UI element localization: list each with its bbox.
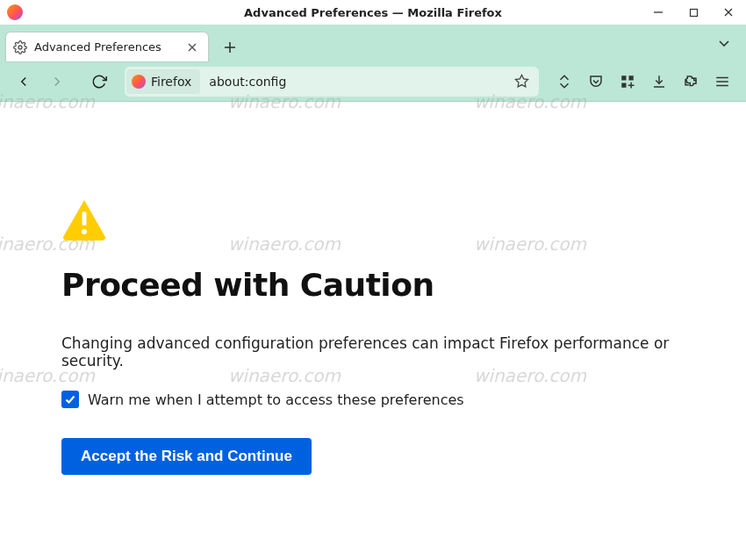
forward-button[interactable]: [42, 67, 72, 97]
firefox-icon: [132, 75, 146, 89]
firefox-app-icon: [7, 4, 23, 20]
bookmark-star-button[interactable]: [509, 69, 534, 94]
warn-checkbox-label: Warn me when I attempt to access these p…: [88, 391, 464, 408]
page-content: Proceed with Caution Changing advanced c…: [0, 102, 746, 475]
tabs-list-button[interactable]: [714, 33, 734, 53]
new-tab-button[interactable]: [216, 33, 244, 61]
screenshot-button[interactable]: [549, 67, 579, 97]
url-identity-label: Firefox: [151, 75, 191, 89]
svg-rect-1: [690, 9, 697, 16]
window-close-button[interactable]: [711, 0, 746, 25]
warning-icon: [61, 198, 107, 241]
back-button[interactable]: [9, 67, 39, 97]
svg-point-4: [18, 46, 22, 49]
extensions-button[interactable]: [676, 67, 706, 97]
page-headline: Proceed with Caution: [61, 267, 685, 303]
url-text: about:config: [200, 75, 509, 89]
svg-rect-10: [621, 75, 626, 80]
reload-button[interactable]: [84, 67, 114, 97]
warn-checkbox-row[interactable]: Warn me when I attempt to access these p…: [61, 391, 685, 408]
tab-close-button[interactable]: [183, 39, 201, 56]
app-menu-button[interactable]: [707, 67, 737, 97]
watermark: winaero.com: [228, 233, 341, 255]
nav-toolbar: Firefox about:config: [0, 61, 746, 102]
page-description: Changing advanced configuration preferen…: [61, 334, 685, 370]
gear-icon: [13, 40, 27, 54]
window-maximize-button[interactable]: [676, 0, 711, 25]
svg-rect-16: [82, 212, 87, 226]
tab-strip: Advanced Preferences: [0, 25, 746, 61]
watermark: winaero.com: [474, 233, 586, 255]
warn-checkbox[interactable]: [61, 391, 79, 408]
tab-advanced-preferences[interactable]: Advanced Preferences: [5, 32, 209, 61]
svg-rect-11: [629, 75, 634, 80]
url-bar[interactable]: Firefox about:config: [125, 67, 539, 97]
window-title: Advanced Preferences — Mozilla Firefox: [244, 6, 502, 19]
accept-risk-button[interactable]: Accept the Risk and Continue: [61, 438, 312, 475]
downloads-button[interactable]: [644, 67, 674, 97]
url-identity-box[interactable]: Firefox: [126, 69, 200, 94]
tab-title: Advanced Preferences: [34, 40, 176, 54]
window-minimize-button[interactable]: [641, 0, 676, 25]
svg-point-17: [82, 229, 87, 234]
addons-button[interactable]: [613, 67, 642, 97]
svg-rect-12: [621, 83, 626, 87]
pocket-button[interactable]: [581, 67, 611, 97]
titlebar: Advanced Preferences — Mozilla Firefox: [0, 0, 746, 25]
svg-marker-9: [515, 75, 527, 86]
